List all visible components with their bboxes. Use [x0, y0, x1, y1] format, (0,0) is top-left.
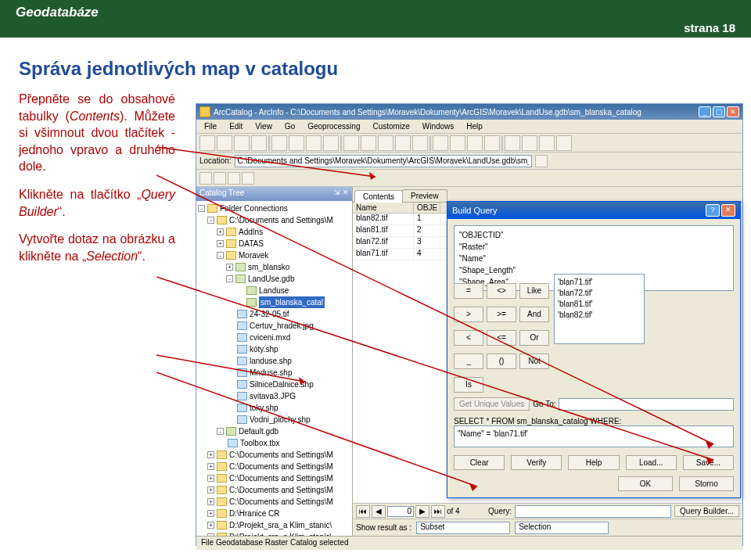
header-left: Geodatabáze — [16, 5, 99, 20]
menu-item[interactable]: Help — [462, 121, 487, 131]
nav-first-icon[interactable]: ⏮ — [356, 505, 370, 518]
show-result-row: Show result as : Subset Selection — [353, 519, 742, 536]
tree-row[interactable]: cviceni.mxd — [198, 332, 350, 343]
dialog-button[interactable]: Load... — [626, 455, 677, 470]
bq-close-button[interactable]: ✕ — [721, 204, 735, 217]
location-bar: Location: — [196, 153, 742, 170]
tree-row[interactable]: +C:\Documents and Settings\M — [198, 472, 350, 484]
nav-last-icon[interactable]: ⏭ — [431, 505, 445, 518]
tree-row[interactable]: Toolbox.tbx — [198, 437, 350, 449]
maximize-button[interactable]: ▢ — [713, 106, 725, 117]
show-subset-select[interactable]: Subset — [416, 522, 510, 534]
show-selection-select[interactable]: Selection — [515, 522, 609, 534]
minimize-button[interactable]: _ — [699, 106, 711, 117]
tree-pin-icon[interactable]: ⇲ ✕ — [334, 188, 349, 199]
tree-row[interactable]: landuse.shp — [198, 355, 350, 367]
menu-item[interactable]: Go — [280, 121, 300, 131]
nav-record-input[interactable] — [387, 506, 414, 517]
nav-prev-icon[interactable]: ◀ — [372, 505, 386, 518]
menu-item[interactable]: Edit — [225, 121, 247, 131]
dialog-button[interactable]: OK — [618, 476, 673, 491]
tree-row[interactable]: Certuv_hradek.jpg — [198, 320, 350, 332]
tree-row[interactable]: -Folder Connections — [198, 203, 350, 214]
instruction-text: Přepněte se do obsahové tabulky (Content… — [19, 91, 175, 264]
bq-help-button[interactable]: ? — [706, 204, 720, 217]
tree-row[interactable]: kóty.shp — [198, 343, 350, 355]
where-clause-box[interactable]: "Name" = 'blan71.tif' — [454, 425, 734, 447]
query-builder-button[interactable]: Query Builder... — [674, 505, 739, 517]
tree-row[interactable]: +C:\Documents and Settings\M — [198, 449, 350, 461]
tree-row[interactable]: +D:\Projekt_sra_a Klim_stanic\ — [198, 531, 350, 536]
goto-label: Go To: — [533, 400, 555, 408]
show-result-label: Show result as : — [356, 523, 411, 532]
toolbar-button[interactable] — [199, 135, 215, 151]
tab[interactable]: Contents — [354, 190, 403, 203]
operator-button[interactable]: Is — [454, 377, 483, 393]
tree-row[interactable]: -Moravek — [198, 249, 350, 261]
menu-item[interactable]: View — [250, 121, 277, 131]
operator-button[interactable]: <> — [487, 283, 516, 299]
menu-item[interactable]: Geoprocessing — [303, 121, 365, 131]
dialog-button[interactable]: Save... — [683, 455, 734, 470]
tree-row[interactable]: +C:\Documents and Settings\M — [198, 496, 350, 508]
menu-item[interactable]: Windows — [418, 121, 459, 131]
operator-button[interactable]: > — [454, 307, 483, 322]
operator-button[interactable]: Like — [519, 283, 549, 299]
value-list[interactable]: 'blan71.tif''blan72.tif''blan81.tif''bla… — [554, 274, 645, 344]
menu-item[interactable]: File — [199, 121, 221, 131]
operator-button[interactable]: Not — [519, 354, 549, 369]
tab[interactable]: Preview — [402, 189, 447, 202]
tree-row[interactable]: toky.shp — [198, 402, 350, 414]
tree-row[interactable]: +C:\Documents and Settings\M — [198, 484, 350, 496]
tree-row[interactable]: -Default.gdb — [198, 425, 350, 437]
dialog-button[interactable]: Help — [568, 455, 619, 470]
tree-row[interactable]: +sm_blansko — [198, 261, 350, 273]
tree-row[interactable]: -C:\Documents and Settings\M — [198, 214, 350, 226]
dialog-button[interactable]: Storno — [679, 476, 734, 491]
close-button[interactable]: ✕ — [727, 106, 739, 117]
dialog-button[interactable]: Clear — [454, 455, 505, 470]
arccatalog-window: ArcCatalog - ArcInfo - C:\Documents and … — [196, 103, 743, 546]
location-input[interactable] — [235, 155, 532, 167]
catalog-tree-pane: Catalog Tree⇲ ✕ -Folder Connections-C:\D… — [196, 187, 353, 536]
select-label: SELECT * FROM sm_blanska_catalog WHERE: — [454, 417, 734, 425]
col-objectid[interactable]: OBJE — [414, 203, 440, 213]
tree-row[interactable]: +AddIns — [198, 226, 350, 238]
tree-row[interactable]: +DATAS — [198, 238, 350, 249]
menu-item[interactable]: Customize — [368, 121, 414, 131]
dialog-button[interactable]: Verify — [511, 455, 562, 470]
operator-button[interactable]: <= — [487, 330, 516, 346]
goto-input[interactable] — [559, 398, 734, 411]
col-name[interactable]: Name — [353, 203, 414, 213]
tree-row[interactable]: +D:\Projekt_sra_a Klim_stanic\ — [198, 519, 350, 531]
tree-row[interactable]: +D:\Hranice CR — [198, 508, 350, 519]
loc-dropdown-icon[interactable] — [535, 155, 548, 167]
tree-row[interactable]: Mnduse.shp — [198, 367, 350, 379]
tree-row[interactable]: -LandUse.gdb — [198, 273, 350, 285]
operator-button[interactable]: _ — [454, 354, 483, 369]
operator-button[interactable]: = — [454, 283, 483, 299]
get-unique-values-button[interactable]: Get Unique Values — [454, 397, 530, 411]
bq-titlebar[interactable]: Build Query ?✕ — [447, 202, 740, 219]
tree-row[interactable]: 24-32-05.tif — [198, 308, 350, 320]
record-navigator: ⏮ ◀ ▶ ⏭ of 4 Query: Query Builder... — [353, 503, 742, 519]
operator-button[interactable]: () — [487, 354, 516, 369]
query-input[interactable] — [515, 505, 671, 518]
tree-row[interactable]: Vodni_plochy.shp — [198, 414, 350, 425]
operator-button[interactable]: < — [454, 330, 483, 346]
operator-button[interactable]: And — [519, 307, 549, 322]
tree-row[interactable]: Landuse — [198, 285, 350, 296]
tabs: ContentsPreview — [353, 187, 742, 203]
window-titlebar[interactable]: ArcCatalog - ArcInfo - C:\Documents and … — [196, 104, 742, 120]
nav-next-icon[interactable]: ▶ — [415, 505, 429, 518]
tree-row[interactable]: +C:\Documents and Settings\M — [198, 461, 350, 472]
operator-button[interactable]: Or — [519, 330, 549, 346]
catalog-tree[interactable]: -Folder Connections-C:\Documents and Set… — [196, 201, 352, 536]
status-bar: File Geodatabase Raster Catalog selected — [196, 536, 742, 550]
tree-row[interactable]: svitava3.JPG — [198, 390, 350, 402]
tree-row[interactable]: sm_blanska_catal — [198, 296, 350, 308]
operator-button[interactable]: >= — [487, 307, 516, 322]
slide-header: Geodatabáze strana 18 — [0, 0, 751, 38]
tree-row[interactable]: SilniceDalnice.shp — [198, 379, 350, 390]
para-2: Klikněte na tlačítko „Query Builder“. — [19, 186, 175, 220]
